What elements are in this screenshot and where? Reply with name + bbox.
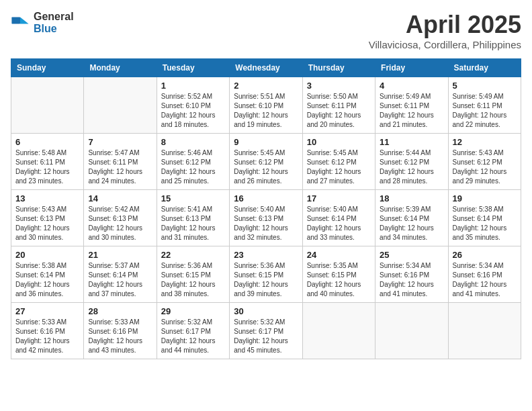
calendar-cell: 5Sunrise: 5:49 AM Sunset: 6:11 PM Daylig… <box>448 77 521 134</box>
day-number: 14 <box>88 193 152 203</box>
day-info: Sunrise: 5:37 AM Sunset: 6:14 PM Dayligh… <box>88 261 152 299</box>
day-number: 18 <box>380 193 443 203</box>
day-number: 24 <box>307 250 371 260</box>
calendar-cell: 18Sunrise: 5:39 AM Sunset: 6:14 PM Dayli… <box>375 190 448 246</box>
calendar-cell <box>375 303 448 359</box>
day-number: 5 <box>453 81 517 91</box>
day-info: Sunrise: 5:40 AM Sunset: 6:13 PM Dayligh… <box>234 205 298 242</box>
calendar-cell: 25Sunrise: 5:34 AM Sunset: 6:16 PM Dayli… <box>375 246 448 303</box>
day-info: Sunrise: 5:49 AM Sunset: 6:11 PM Dayligh… <box>380 92 443 130</box>
weekday-header-sunday: Sunday <box>11 59 84 77</box>
logo-text: General Blue <box>34 11 74 34</box>
day-number: 17 <box>307 193 371 203</box>
day-info: Sunrise: 5:40 AM Sunset: 6:14 PM Dayligh… <box>307 205 371 242</box>
logo-blue-text: Blue <box>34 23 74 35</box>
day-info: Sunrise: 5:36 AM Sunset: 6:15 PM Dayligh… <box>234 261 298 299</box>
calendar-cell: 4Sunrise: 5:49 AM Sunset: 6:11 PM Daylig… <box>375 77 448 134</box>
calendar-cell: 30Sunrise: 5:32 AM Sunset: 6:17 PM Dayli… <box>230 303 302 359</box>
day-info: Sunrise: 5:33 AM Sunset: 6:16 PM Dayligh… <box>15 318 79 355</box>
header: General Blue April 2025 Villaviciosa, Co… <box>11 11 521 50</box>
calendar-cell: 22Sunrise: 5:36 AM Sunset: 6:15 PM Dayli… <box>157 246 229 303</box>
day-info: Sunrise: 5:42 AM Sunset: 6:13 PM Dayligh… <box>88 205 152 242</box>
day-number: 19 <box>453 193 517 203</box>
day-number: 10 <box>307 137 371 147</box>
day-info: Sunrise: 5:43 AM Sunset: 6:12 PM Dayligh… <box>453 148 517 186</box>
day-number: 20 <box>15 250 79 260</box>
day-info: Sunrise: 5:52 AM Sunset: 6:10 PM Dayligh… <box>161 92 225 130</box>
day-number: 29 <box>161 306 225 316</box>
calendar-week-3: 13Sunrise: 5:43 AM Sunset: 6:13 PM Dayli… <box>11 190 521 246</box>
day-number: 6 <box>15 137 79 147</box>
logo: General Blue <box>11 11 74 34</box>
weekday-header-tuesday: Tuesday <box>157 59 229 77</box>
calendar-cell: 9Sunrise: 5:45 AM Sunset: 6:12 PM Daylig… <box>230 134 302 190</box>
day-info: Sunrise: 5:35 AM Sunset: 6:15 PM Dayligh… <box>307 261 371 299</box>
calendar-cell: 29Sunrise: 5:32 AM Sunset: 6:17 PM Dayli… <box>157 303 229 359</box>
day-info: Sunrise: 5:50 AM Sunset: 6:11 PM Dayligh… <box>307 92 371 130</box>
day-number: 21 <box>88 250 152 260</box>
day-info: Sunrise: 5:34 AM Sunset: 6:16 PM Dayligh… <box>453 261 517 299</box>
calendar-table: SundayMondayTuesdayWednesdayThursdayFrid… <box>11 58 521 359</box>
logo-general: General <box>34 11 74 23</box>
day-number: 11 <box>380 137 443 147</box>
calendar-cell: 19Sunrise: 5:38 AM Sunset: 6:14 PM Dayli… <box>448 190 521 246</box>
logo-icon <box>11 13 30 32</box>
calendar-cell: 1Sunrise: 5:52 AM Sunset: 6:10 PM Daylig… <box>157 77 229 134</box>
calendar-week-4: 20Sunrise: 5:38 AM Sunset: 6:14 PM Dayli… <box>11 246 521 303</box>
calendar-cell: 3Sunrise: 5:50 AM Sunset: 6:11 PM Daylig… <box>302 77 375 134</box>
day-info: Sunrise: 5:39 AM Sunset: 6:14 PM Dayligh… <box>380 205 443 242</box>
day-info: Sunrise: 5:44 AM Sunset: 6:12 PM Dayligh… <box>380 148 443 186</box>
calendar-cell <box>11 77 84 134</box>
svg-marker-1 <box>20 17 29 24</box>
day-number: 3 <box>307 81 371 91</box>
day-info: Sunrise: 5:43 AM Sunset: 6:13 PM Dayligh… <box>15 205 79 242</box>
calendar-title: April 2025 <box>369 11 521 39</box>
weekday-header-saturday: Saturday <box>448 59 521 77</box>
day-info: Sunrise: 5:33 AM Sunset: 6:16 PM Dayligh… <box>88 318 152 355</box>
calendar-week-5: 27Sunrise: 5:33 AM Sunset: 6:16 PM Dayli… <box>11 303 521 359</box>
day-number: 12 <box>453 137 517 147</box>
day-number: 8 <box>161 137 225 147</box>
weekday-header-monday: Monday <box>84 59 157 77</box>
day-number: 26 <box>453 250 517 260</box>
title-area: April 2025 Villaviciosa, Cordillera, Phi… <box>369 11 521 50</box>
day-number: 13 <box>15 193 79 203</box>
day-number: 15 <box>161 193 225 203</box>
calendar-week-1: 1Sunrise: 5:52 AM Sunset: 6:10 PM Daylig… <box>11 77 521 134</box>
calendar-cell: 13Sunrise: 5:43 AM Sunset: 6:13 PM Dayli… <box>11 190 84 246</box>
calendar-cell: 20Sunrise: 5:38 AM Sunset: 6:14 PM Dayli… <box>11 246 84 303</box>
calendar-cell: 23Sunrise: 5:36 AM Sunset: 6:15 PM Dayli… <box>230 246 302 303</box>
day-info: Sunrise: 5:45 AM Sunset: 6:12 PM Dayligh… <box>307 148 371 186</box>
day-info: Sunrise: 5:34 AM Sunset: 6:16 PM Dayligh… <box>380 261 443 299</box>
day-number: 9 <box>234 137 298 147</box>
calendar-cell: 8Sunrise: 5:46 AM Sunset: 6:12 PM Daylig… <box>157 134 229 190</box>
day-info: Sunrise: 5:41 AM Sunset: 6:13 PM Dayligh… <box>161 205 225 242</box>
calendar-cell <box>302 303 375 359</box>
calendar-cell: 10Sunrise: 5:45 AM Sunset: 6:12 PM Dayli… <box>302 134 375 190</box>
weekday-header-wednesday: Wednesday <box>230 59 302 77</box>
weekday-header-row: SundayMondayTuesdayWednesdayThursdayFrid… <box>11 59 521 77</box>
calendar-cell: 17Sunrise: 5:40 AM Sunset: 6:14 PM Dayli… <box>302 190 375 246</box>
day-info: Sunrise: 5:45 AM Sunset: 6:12 PM Dayligh… <box>234 148 298 186</box>
day-info: Sunrise: 5:32 AM Sunset: 6:17 PM Dayligh… <box>234 318 298 355</box>
day-number: 4 <box>380 81 443 91</box>
calendar-cell: 12Sunrise: 5:43 AM Sunset: 6:12 PM Dayli… <box>448 134 521 190</box>
day-number: 28 <box>88 306 152 316</box>
day-number: 1 <box>161 81 225 91</box>
weekday-header-thursday: Thursday <box>302 59 375 77</box>
calendar-cell: 14Sunrise: 5:42 AM Sunset: 6:13 PM Dayli… <box>84 190 157 246</box>
calendar-cell: 16Sunrise: 5:40 AM Sunset: 6:13 PM Dayli… <box>230 190 302 246</box>
calendar-cell: 15Sunrise: 5:41 AM Sunset: 6:13 PM Dayli… <box>157 190 229 246</box>
calendar-cell: 26Sunrise: 5:34 AM Sunset: 6:16 PM Dayli… <box>448 246 521 303</box>
calendar-cell: 2Sunrise: 5:51 AM Sunset: 6:10 PM Daylig… <box>230 77 302 134</box>
day-info: Sunrise: 5:49 AM Sunset: 6:11 PM Dayligh… <box>453 92 517 130</box>
day-info: Sunrise: 5:48 AM Sunset: 6:11 PM Dayligh… <box>15 148 79 186</box>
day-info: Sunrise: 5:32 AM Sunset: 6:17 PM Dayligh… <box>161 318 225 355</box>
calendar-cell: 11Sunrise: 5:44 AM Sunset: 6:12 PM Dayli… <box>375 134 448 190</box>
day-info: Sunrise: 5:47 AM Sunset: 6:11 PM Dayligh… <box>88 148 152 186</box>
day-number: 7 <box>88 137 152 147</box>
calendar-cell: 6Sunrise: 5:48 AM Sunset: 6:11 PM Daylig… <box>11 134 84 190</box>
calendar-subtitle: Villaviciosa, Cordillera, Philippines <box>369 39 521 50</box>
calendar-week-2: 6Sunrise: 5:48 AM Sunset: 6:11 PM Daylig… <box>11 134 521 190</box>
day-number: 16 <box>234 193 298 203</box>
